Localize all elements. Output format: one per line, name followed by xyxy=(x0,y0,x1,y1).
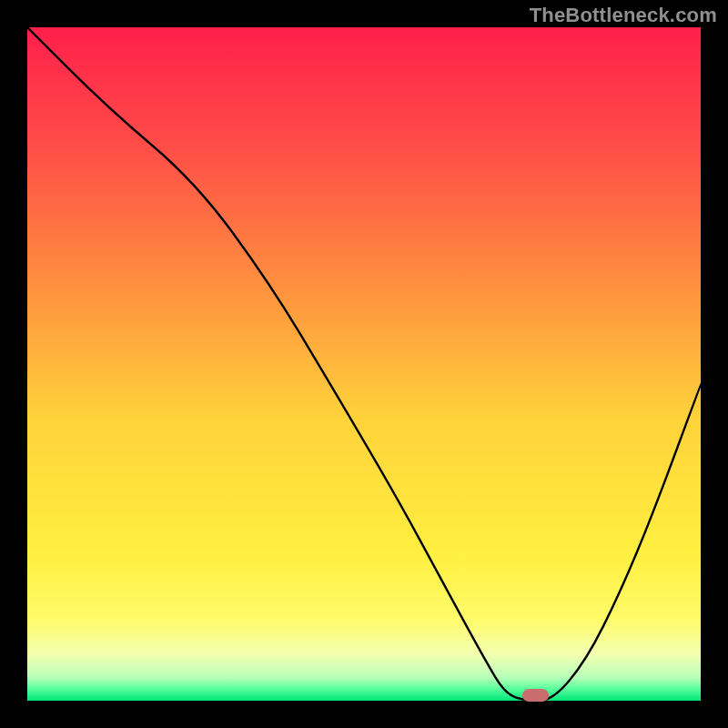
plot-area xyxy=(27,27,701,701)
optimum-marker xyxy=(522,689,550,701)
watermark-text: TheBottleneck.com xyxy=(530,4,717,27)
chart-frame: TheBottleneck.com xyxy=(0,0,728,728)
heat-gradient-background xyxy=(27,27,701,701)
